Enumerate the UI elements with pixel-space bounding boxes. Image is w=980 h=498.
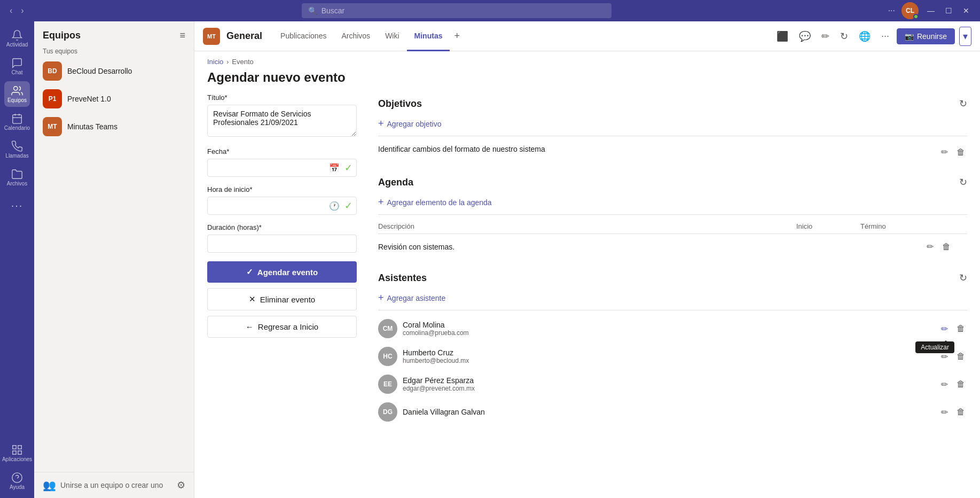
search-input[interactable] xyxy=(322,6,605,15)
add-objective-button[interactable]: + Agregar objetivo xyxy=(378,116,441,131)
attendee-actions-0: ✏ Actualizar 🗑 xyxy=(939,322,967,336)
duration-label: Duración (horas)* xyxy=(207,223,357,231)
edit-attendee-0-icon[interactable]: ✏ xyxy=(939,322,950,336)
schedule-button[interactable]: ✓ Agendar evento xyxy=(207,261,357,283)
teams-panel: Equipos ≡ Tus equipos BD BeCloud Desarro… xyxy=(34,21,194,498)
sidebar-item-llamadas[interactable]: Llamadas xyxy=(4,137,30,162)
more-icon[interactable]: ··· xyxy=(886,4,897,18)
maximize-button[interactable]: ☐ xyxy=(941,4,957,17)
globe-button[interactable]: 🌐 xyxy=(856,27,874,45)
screen-share-button[interactable]: ⬛ xyxy=(773,27,791,45)
search-bar[interactable]: 🔍 xyxy=(302,3,611,18)
delete-attendee-1-icon[interactable]: 🗑 xyxy=(954,349,967,363)
calendar-icon: 📅 xyxy=(329,163,340,173)
add-attendee-button[interactable]: + Agregar asistente xyxy=(378,290,445,306)
attendee-item-3: DG Daniela Villagran Galvan ✏ 🗑 xyxy=(378,398,967,426)
col-termino: Término xyxy=(860,222,924,230)
sidebar-item-archivos[interactable]: Archivos xyxy=(4,165,30,190)
edit-attendee-2-icon[interactable]: ✏ xyxy=(939,377,950,392)
edit-objective-icon[interactable]: ✏ xyxy=(939,145,950,159)
edit-agenda-icon[interactable]: ✏ xyxy=(924,239,936,254)
objectives-title: Objetivos xyxy=(378,98,422,110)
sidebar-item-equipos[interactable]: Equipos xyxy=(4,81,30,107)
delete-attendee-0-icon[interactable]: 🗑 xyxy=(954,322,967,336)
close-button[interactable]: ✕ xyxy=(959,4,974,17)
delete-event-button[interactable]: ✕ Eliminar evento xyxy=(207,288,357,310)
minimize-button[interactable]: — xyxy=(923,4,939,17)
attendees-refresh-icon[interactable]: ↻ xyxy=(959,272,967,284)
time-check-icon: ✓ xyxy=(344,200,352,212)
equipos-label: Equipos xyxy=(7,98,27,103)
agenda-refresh-icon[interactable]: ↻ xyxy=(959,176,967,188)
attendee-item-1: HC Humberto Cruz humberto@becloud.mx ✏ 🗑 xyxy=(378,343,967,370)
aplicaciones-label: Aplicaciones xyxy=(2,457,32,462)
channel-tabs: Publicaciones Archivos Wiki Minutas + xyxy=(273,21,464,51)
tab-wiki[interactable]: Wiki xyxy=(378,22,406,51)
breadcrumb-home-link[interactable]: Inicio xyxy=(207,58,223,66)
agenda-table: Descripción Inicio Término Revisión con … xyxy=(378,219,967,259)
col-descripcion: Descripción xyxy=(378,222,796,230)
content-scroll[interactable]: Inicio › Evento Agendar nuevo evento Tít… xyxy=(194,51,980,498)
team-name-minutas: Minutas Teams xyxy=(67,122,173,131)
title-input[interactable]: Revisar Formato de Servicios Profesional… xyxy=(207,105,357,137)
back-button[interactable]: ← Regresar a Inicio xyxy=(207,316,357,338)
delete-attendee-2-icon[interactable]: 🗑 xyxy=(954,377,967,391)
agenda-title: Agenda xyxy=(378,177,413,188)
teams-header: Equipos ≡ xyxy=(34,21,194,45)
meet-button[interactable]: 📷 Reunirse xyxy=(897,28,955,44)
sidebar-item-ayuda[interactable]: Ayuda xyxy=(4,468,30,494)
team-item-prevenet[interactable]: P1 PreveNet 1.0 ··· xyxy=(36,85,192,113)
date-check-icon: ✓ xyxy=(344,162,352,174)
chat-label: Chat xyxy=(11,70,22,75)
refresh-button[interactable]: ↻ xyxy=(837,27,851,45)
agenda-row: Revisión con sistemas. ✏ 🗑 xyxy=(378,234,967,259)
delete-attendee-3-icon[interactable]: 🗑 xyxy=(954,405,967,419)
sidebar-item-more[interactable]: ··· xyxy=(4,192,30,218)
calendario-label: Calendario xyxy=(4,126,30,131)
tab-archivos[interactable]: Archivos xyxy=(334,22,378,51)
calendar-icon xyxy=(11,113,23,124)
chat-button[interactable]: 💬 xyxy=(796,27,814,45)
agenda-descripcion: Revisión con sistemas. xyxy=(378,243,796,251)
more-options-button[interactable]: ··· xyxy=(878,27,892,45)
attendee-email-2: edgar@prevenet.com.mx xyxy=(403,385,475,392)
team-item-becloud[interactable]: BD BeCloud Desarrollo ··· xyxy=(36,57,192,85)
meet-dropdown-button[interactable]: ▾ xyxy=(959,27,971,46)
edit-attendee-3-icon[interactable]: ✏ xyxy=(939,405,950,419)
back-label: Regresar a Inicio xyxy=(258,322,318,331)
attendee-name-3: Daniela Villagran Galvan xyxy=(403,408,485,416)
attendees-section-header: Asistentes ↻ xyxy=(378,272,967,284)
time-input-wrapper: 05:00 p. m. 🕐 ✓ xyxy=(207,197,357,215)
nav-forward-button[interactable]: › xyxy=(18,4,27,18)
sidebar-item-actividad[interactable]: Actividad xyxy=(4,26,30,51)
objectives-refresh-icon[interactable]: ↻ xyxy=(959,98,967,110)
archivos-label: Archivos xyxy=(7,181,27,186)
join-team-button[interactable]: 👥 Unirse a un equipo o crear uno xyxy=(43,479,163,492)
sidebar-item-aplicaciones[interactable]: Aplicaciones xyxy=(4,440,30,466)
tab-minutas[interactable]: Minutas xyxy=(407,22,450,51)
avatar[interactable]: CL xyxy=(901,2,919,19)
edit-attendee-1-icon[interactable]: ✏ xyxy=(939,349,950,364)
add-agenda-button[interactable]: + Agregar elemento de la agenda xyxy=(378,194,492,210)
settings-icon[interactable]: ⚙ xyxy=(177,479,185,491)
nav-buttons: ‹ › xyxy=(6,4,27,18)
camera-icon: 📷 xyxy=(905,32,914,41)
tab-add-button[interactable]: + xyxy=(450,21,464,51)
add-objective-icon: + xyxy=(378,118,384,129)
sidebar-item-calendario[interactable]: Calendario xyxy=(4,109,30,135)
tab-publicaciones[interactable]: Publicaciones xyxy=(273,22,334,51)
team-item-minutas[interactable]: MT Minutas Teams ··· xyxy=(36,113,192,141)
delete-objective-icon[interactable]: 🗑 xyxy=(954,145,967,159)
llamadas-label: Llamadas xyxy=(5,153,28,159)
nav-back-button[interactable]: ‹ xyxy=(6,4,15,18)
ayuda-label: Ayuda xyxy=(10,485,25,490)
meet-label: Reunirse xyxy=(917,32,947,41)
objective-text: Identificar cambios del formato de nuest… xyxy=(378,145,939,153)
filter-icon[interactable]: ≡ xyxy=(179,30,185,41)
duration-input[interactable]: 1 xyxy=(207,235,357,253)
agenda-table-header: Descripción Inicio Término xyxy=(378,219,967,234)
svg-rect-5 xyxy=(13,446,16,449)
delete-agenda-icon[interactable]: 🗑 xyxy=(940,240,953,254)
sidebar-item-chat[interactable]: Chat xyxy=(4,53,30,79)
edit-button[interactable]: ✏ xyxy=(818,27,833,45)
